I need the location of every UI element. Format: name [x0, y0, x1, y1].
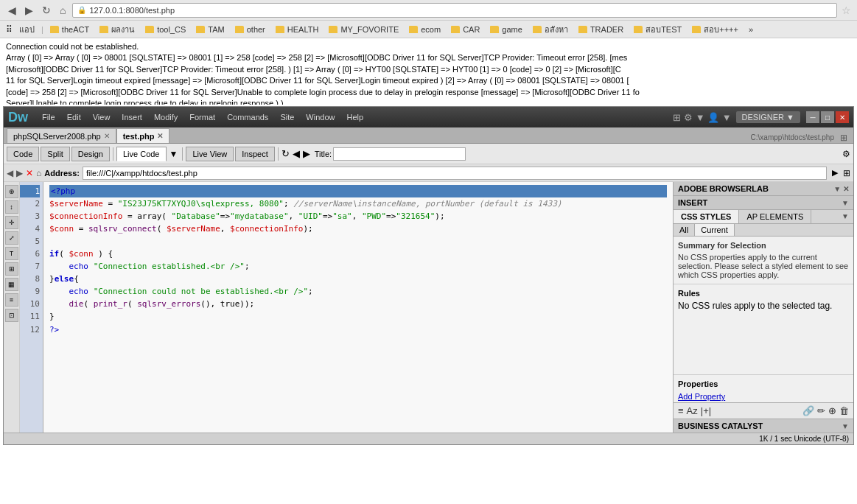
- menu-view[interactable]: View: [88, 111, 116, 123]
- refresh-button[interactable]: ↻: [40, 4, 53, 16]
- line-num-4: 4: [20, 223, 40, 235]
- gutter-btn-2[interactable]: ↕: [5, 200, 18, 214]
- gutter-btn-9[interactable]: ⊡: [5, 309, 18, 322]
- bookmark-tam[interactable]: TAM: [192, 24, 228, 35]
- menu-help[interactable]: Help: [341, 111, 368, 123]
- title-input[interactable]: [333, 147, 466, 161]
- menu-file[interactable]: File: [37, 111, 60, 123]
- gutter-btn-3[interactable]: ✛: [5, 216, 18, 229]
- menu-insert[interactable]: Insert: [116, 111, 147, 123]
- tool-icon-3[interactable]: |+|: [701, 405, 711, 416]
- tab-testphp[interactable]: test.php ✕: [116, 128, 170, 143]
- toolbar-separator-1: [113, 147, 113, 161]
- tool-icon-link[interactable]: 🔗: [802, 405, 814, 416]
- tab-phpsql-label: phpSQLServer2008.php: [13, 132, 101, 141]
- bookmark-car[interactable]: CAR: [447, 24, 483, 35]
- tool-icon-1[interactable]: ≡: [678, 405, 684, 416]
- settings-icon[interactable]: ⚙: [842, 149, 850, 159]
- home-button[interactable]: ⌂: [57, 4, 68, 16]
- live-code-button[interactable]: Live Code: [116, 147, 167, 161]
- tab-phpsql-close[interactable]: ✕: [104, 132, 110, 140]
- bookmark-other[interactable]: other: [231, 24, 269, 35]
- browser-bar: ◀ ▶ ↻ ⌂ 🔒 127.0.0.1:8080/test.php ☆: [0, 0, 857, 21]
- bookmark-sobtest[interactable]: สอบTEST: [630, 22, 685, 37]
- tool-icon-copy[interactable]: ⊕: [828, 405, 836, 416]
- menu-site[interactable]: Site: [275, 111, 299, 123]
- bookmark-trader[interactable]: TRADER: [575, 24, 627, 35]
- address-menu[interactable]: ⊞: [843, 168, 850, 178]
- apps-icon[interactable]: ⠿: [6, 24, 13, 35]
- address-go[interactable]: ▶: [830, 168, 840, 178]
- css-styles-tab[interactable]: CSS STYLES: [674, 210, 739, 223]
- bc-options[interactable]: ▼: [842, 422, 849, 430]
- left-gutter: ⊕ ↕ ✛ ⤢ T ⊞ ▦ ≡ ⊡: [4, 182, 20, 433]
- bookmark-ecom[interactable]: ecom: [405, 24, 444, 35]
- bookmark-more[interactable]: »: [745, 24, 757, 35]
- browserlab-options[interactable]: ▼ ✕: [833, 185, 849, 193]
- dw-application: Dw File Edit View Insert Modify Format C…: [3, 106, 854, 445]
- live-code-arrow[interactable]: ▼: [169, 149, 178, 159]
- bookmark-phalangan[interactable]: ผลงาน: [96, 22, 139, 37]
- gutter-btn-1[interactable]: ⊕: [5, 185, 18, 198]
- add-property-link[interactable]: Add Property: [678, 392, 725, 401]
- gutter-btn-8[interactable]: ≡: [5, 293, 18, 307]
- gutter-btn-4[interactable]: ⤢: [5, 231, 18, 245]
- code-area[interactable]: <?php $serverName = "IS23J75KT7XYQJ0\sql…: [43, 182, 673, 433]
- all-subtab[interactable]: All: [674, 224, 695, 236]
- tool-icon-edit[interactable]: ✏: [817, 405, 825, 416]
- bookmark-asangha[interactable]: อสังหา: [529, 22, 572, 37]
- live-view-button[interactable]: Live View: [186, 147, 234, 161]
- menu-window[interactable]: Window: [301, 111, 340, 123]
- ap-elements-tab[interactable]: AP ELEMENTS: [739, 210, 811, 223]
- panel-toggle[interactable]: ⊞: [837, 133, 850, 143]
- addr-forward[interactable]: ▶: [16, 168, 23, 178]
- minimize-button[interactable]: ─: [806, 111, 819, 123]
- menu-modify[interactable]: Modify: [149, 111, 183, 123]
- dw-logo: Dw: [8, 110, 28, 125]
- restore-button[interactable]: □: [821, 111, 834, 123]
- bookmark-apps[interactable]: แอป: [15, 22, 38, 37]
- tab-phpsql[interactable]: phpSQLServer2008.php ✕: [7, 128, 116, 143]
- menu-format[interactable]: Format: [184, 111, 220, 123]
- properties-section: Properties Add Property: [674, 374, 853, 402]
- bookmark-myfovorite[interactable]: MY_FOVORITE: [325, 24, 402, 35]
- menu-edit[interactable]: Edit: [62, 111, 86, 123]
- dw-menu-bar: File Edit View Insert Modify Format Comm…: [37, 111, 673, 123]
- error-area: Connection could not be established. Arr…: [0, 38, 857, 105]
- back-button[interactable]: ◀: [6, 4, 18, 16]
- refresh-icon[interactable]: ↻: [281, 148, 290, 159]
- gutter-btn-5[interactable]: T: [5, 247, 18, 260]
- next-icon[interactable]: ▶: [303, 148, 310, 159]
- tool-icon-delete[interactable]: 🗑: [839, 405, 849, 416]
- bookmark-theact[interactable]: theACT: [46, 24, 93, 35]
- tool-icon-2[interactable]: Az: [687, 405, 698, 416]
- bookmark-sobplus[interactable]: สอบ++++: [688, 22, 742, 37]
- tab-testphp-close[interactable]: ✕: [157, 132, 163, 140]
- addr-home[interactable]: ⌂: [36, 168, 41, 178]
- panel-tools: ≡ Az |+| 🔗 ✏ ⊕ 🗑: [674, 402, 853, 419]
- designer-badge[interactable]: DESIGNER ▼: [736, 111, 800, 123]
- close-button[interactable]: ✕: [836, 111, 849, 123]
- inspect-button[interactable]: Inspect: [235, 147, 274, 161]
- bookmark-game[interactable]: game: [486, 24, 526, 35]
- addr-back[interactable]: ◀: [7, 168, 13, 178]
- address-input[interactable]: [83, 167, 827, 180]
- bookmark-star[interactable]: ☆: [842, 4, 851, 16]
- design-view-button[interactable]: Design: [71, 147, 110, 161]
- insert-label: INSERT: [678, 198, 707, 207]
- url-bar[interactable]: 🔒 127.0.0.1:8080/test.php: [72, 3, 837, 18]
- css-panel-options[interactable]: ▼: [837, 210, 853, 223]
- bookmark-health[interactable]: HEALTH: [272, 24, 323, 35]
- prev-icon[interactable]: ◀: [293, 148, 300, 159]
- forward-button[interactable]: ▶: [23, 4, 35, 16]
- bookmark-toolcs[interactable]: tool_CS: [141, 24, 189, 35]
- current-subtab[interactable]: Current: [695, 224, 735, 236]
- insert-options[interactable]: ▼: [842, 199, 849, 207]
- gutter-btn-7[interactable]: ▦: [5, 278, 18, 291]
- gutter-btn-6[interactable]: ⊞: [5, 262, 18, 276]
- split-view-button[interactable]: Split: [41, 147, 69, 161]
- menu-commands[interactable]: Commands: [222, 111, 273, 123]
- addr-stop[interactable]: ✕: [26, 168, 33, 178]
- status-bar: 1K / 1 sec Unicode (UTF-8): [4, 433, 853, 444]
- code-view-button[interactable]: Code: [7, 147, 39, 161]
